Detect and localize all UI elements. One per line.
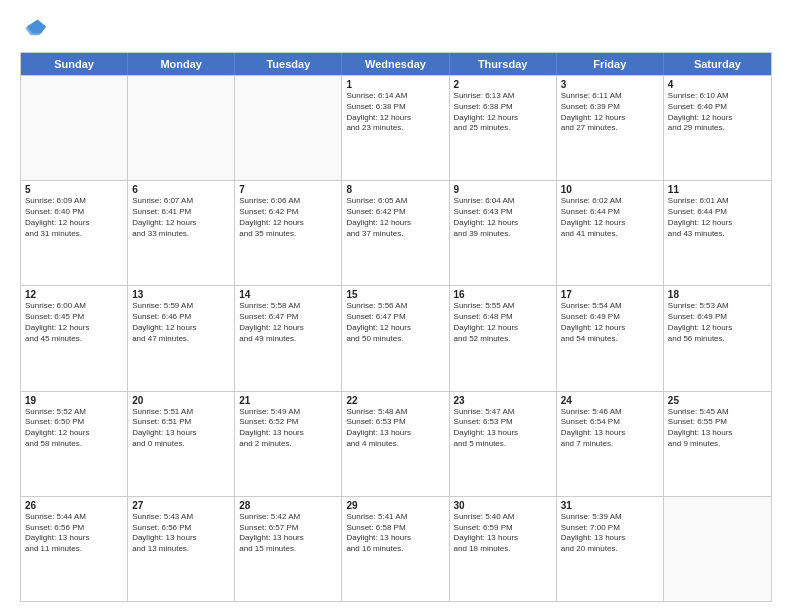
day-number: 23: [454, 395, 552, 406]
day-info: Sunrise: 6:05 AM Sunset: 6:42 PM Dayligh…: [346, 196, 444, 239]
day-cell-3: 3Sunrise: 6:11 AM Sunset: 6:39 PM Daylig…: [557, 76, 664, 180]
calendar-row-1: 1Sunrise: 6:14 AM Sunset: 6:38 PM Daylig…: [21, 75, 771, 180]
day-header-wednesday: Wednesday: [342, 53, 449, 75]
day-number: 24: [561, 395, 659, 406]
day-cell-30: 30Sunrise: 5:40 AM Sunset: 6:59 PM Dayli…: [450, 497, 557, 601]
day-number: 3: [561, 79, 659, 90]
day-number: 21: [239, 395, 337, 406]
day-number: 17: [561, 289, 659, 300]
day-info: Sunrise: 6:02 AM Sunset: 6:44 PM Dayligh…: [561, 196, 659, 239]
day-cell-10: 10Sunrise: 6:02 AM Sunset: 6:44 PM Dayli…: [557, 181, 664, 285]
day-info: Sunrise: 6:11 AM Sunset: 6:39 PM Dayligh…: [561, 91, 659, 134]
calendar-header: SundayMondayTuesdayWednesdayThursdayFrid…: [21, 53, 771, 75]
empty-cell: [664, 497, 771, 601]
day-info: Sunrise: 5:45 AM Sunset: 6:55 PM Dayligh…: [668, 407, 767, 450]
calendar-row-3: 12Sunrise: 6:00 AM Sunset: 6:45 PM Dayli…: [21, 285, 771, 390]
day-info: Sunrise: 5:54 AM Sunset: 6:49 PM Dayligh…: [561, 301, 659, 344]
day-cell-8: 8Sunrise: 6:05 AM Sunset: 6:42 PM Daylig…: [342, 181, 449, 285]
day-info: Sunrise: 6:01 AM Sunset: 6:44 PM Dayligh…: [668, 196, 767, 239]
day-info: Sunrise: 6:14 AM Sunset: 6:38 PM Dayligh…: [346, 91, 444, 134]
day-info: Sunrise: 6:10 AM Sunset: 6:40 PM Dayligh…: [668, 91, 767, 134]
day-cell-26: 26Sunrise: 5:44 AM Sunset: 6:56 PM Dayli…: [21, 497, 128, 601]
day-number: 26: [25, 500, 123, 511]
day-cell-25: 25Sunrise: 5:45 AM Sunset: 6:55 PM Dayli…: [664, 392, 771, 496]
day-info: Sunrise: 5:48 AM Sunset: 6:53 PM Dayligh…: [346, 407, 444, 450]
empty-cell: [128, 76, 235, 180]
day-info: Sunrise: 5:47 AM Sunset: 6:53 PM Dayligh…: [454, 407, 552, 450]
empty-cell: [21, 76, 128, 180]
day-number: 30: [454, 500, 552, 511]
day-number: 31: [561, 500, 659, 511]
day-info: Sunrise: 5:56 AM Sunset: 6:47 PM Dayligh…: [346, 301, 444, 344]
day-info: Sunrise: 6:04 AM Sunset: 6:43 PM Dayligh…: [454, 196, 552, 239]
day-number: 29: [346, 500, 444, 511]
day-cell-16: 16Sunrise: 5:55 AM Sunset: 6:48 PM Dayli…: [450, 286, 557, 390]
day-number: 6: [132, 184, 230, 195]
day-info: Sunrise: 6:00 AM Sunset: 6:45 PM Dayligh…: [25, 301, 123, 344]
day-header-saturday: Saturday: [664, 53, 771, 75]
day-number: 1: [346, 79, 444, 90]
day-info: Sunrise: 6:06 AM Sunset: 6:42 PM Dayligh…: [239, 196, 337, 239]
day-cell-28: 28Sunrise: 5:42 AM Sunset: 6:57 PM Dayli…: [235, 497, 342, 601]
day-info: Sunrise: 6:09 AM Sunset: 6:40 PM Dayligh…: [25, 196, 123, 239]
calendar-row-5: 26Sunrise: 5:44 AM Sunset: 6:56 PM Dayli…: [21, 496, 771, 601]
day-cell-6: 6Sunrise: 6:07 AM Sunset: 6:41 PM Daylig…: [128, 181, 235, 285]
day-number: 2: [454, 79, 552, 90]
day-info: Sunrise: 5:58 AM Sunset: 6:47 PM Dayligh…: [239, 301, 337, 344]
day-info: Sunrise: 5:41 AM Sunset: 6:58 PM Dayligh…: [346, 512, 444, 555]
day-cell-7: 7Sunrise: 6:06 AM Sunset: 6:42 PM Daylig…: [235, 181, 342, 285]
header: [20, 16, 772, 44]
day-number: 16: [454, 289, 552, 300]
day-cell-23: 23Sunrise: 5:47 AM Sunset: 6:53 PM Dayli…: [450, 392, 557, 496]
day-cell-4: 4Sunrise: 6:10 AM Sunset: 6:40 PM Daylig…: [664, 76, 771, 180]
day-number: 11: [668, 184, 767, 195]
day-cell-18: 18Sunrise: 5:53 AM Sunset: 6:49 PM Dayli…: [664, 286, 771, 390]
day-info: Sunrise: 5:52 AM Sunset: 6:50 PM Dayligh…: [25, 407, 123, 450]
day-number: 15: [346, 289, 444, 300]
day-cell-5: 5Sunrise: 6:09 AM Sunset: 6:40 PM Daylig…: [21, 181, 128, 285]
day-info: Sunrise: 6:13 AM Sunset: 6:38 PM Dayligh…: [454, 91, 552, 134]
day-info: Sunrise: 5:46 AM Sunset: 6:54 PM Dayligh…: [561, 407, 659, 450]
day-info: Sunrise: 5:53 AM Sunset: 6:49 PM Dayligh…: [668, 301, 767, 344]
calendar-row-4: 19Sunrise: 5:52 AM Sunset: 6:50 PM Dayli…: [21, 391, 771, 496]
day-info: Sunrise: 5:44 AM Sunset: 6:56 PM Dayligh…: [25, 512, 123, 555]
day-cell-11: 11Sunrise: 6:01 AM Sunset: 6:44 PM Dayli…: [664, 181, 771, 285]
day-number: 5: [25, 184, 123, 195]
day-cell-15: 15Sunrise: 5:56 AM Sunset: 6:47 PM Dayli…: [342, 286, 449, 390]
day-header-monday: Monday: [128, 53, 235, 75]
day-number: 28: [239, 500, 337, 511]
day-cell-12: 12Sunrise: 6:00 AM Sunset: 6:45 PM Dayli…: [21, 286, 128, 390]
day-cell-21: 21Sunrise: 5:49 AM Sunset: 6:52 PM Dayli…: [235, 392, 342, 496]
day-info: Sunrise: 5:55 AM Sunset: 6:48 PM Dayligh…: [454, 301, 552, 344]
day-cell-1: 1Sunrise: 6:14 AM Sunset: 6:38 PM Daylig…: [342, 76, 449, 180]
day-number: 22: [346, 395, 444, 406]
day-number: 9: [454, 184, 552, 195]
day-info: Sunrise: 5:43 AM Sunset: 6:56 PM Dayligh…: [132, 512, 230, 555]
day-number: 8: [346, 184, 444, 195]
day-cell-22: 22Sunrise: 5:48 AM Sunset: 6:53 PM Dayli…: [342, 392, 449, 496]
day-number: 4: [668, 79, 767, 90]
day-cell-31: 31Sunrise: 5:39 AM Sunset: 7:00 PM Dayli…: [557, 497, 664, 601]
day-header-sunday: Sunday: [21, 53, 128, 75]
day-header-thursday: Thursday: [450, 53, 557, 75]
logo: [20, 16, 52, 44]
day-number: 13: [132, 289, 230, 300]
day-cell-29: 29Sunrise: 5:41 AM Sunset: 6:58 PM Dayli…: [342, 497, 449, 601]
day-number: 7: [239, 184, 337, 195]
day-number: 14: [239, 289, 337, 300]
day-number: 19: [25, 395, 123, 406]
calendar-body: 1Sunrise: 6:14 AM Sunset: 6:38 PM Daylig…: [21, 75, 771, 601]
day-info: Sunrise: 5:39 AM Sunset: 7:00 PM Dayligh…: [561, 512, 659, 555]
day-header-friday: Friday: [557, 53, 664, 75]
day-cell-9: 9Sunrise: 6:04 AM Sunset: 6:43 PM Daylig…: [450, 181, 557, 285]
day-number: 20: [132, 395, 230, 406]
calendar: SundayMondayTuesdayWednesdayThursdayFrid…: [20, 52, 772, 602]
day-info: Sunrise: 5:51 AM Sunset: 6:51 PM Dayligh…: [132, 407, 230, 450]
day-cell-27: 27Sunrise: 5:43 AM Sunset: 6:56 PM Dayli…: [128, 497, 235, 601]
day-number: 27: [132, 500, 230, 511]
day-cell-2: 2Sunrise: 6:13 AM Sunset: 6:38 PM Daylig…: [450, 76, 557, 180]
day-number: 18: [668, 289, 767, 300]
day-number: 25: [668, 395, 767, 406]
calendar-row-2: 5Sunrise: 6:09 AM Sunset: 6:40 PM Daylig…: [21, 180, 771, 285]
day-info: Sunrise: 5:49 AM Sunset: 6:52 PM Dayligh…: [239, 407, 337, 450]
